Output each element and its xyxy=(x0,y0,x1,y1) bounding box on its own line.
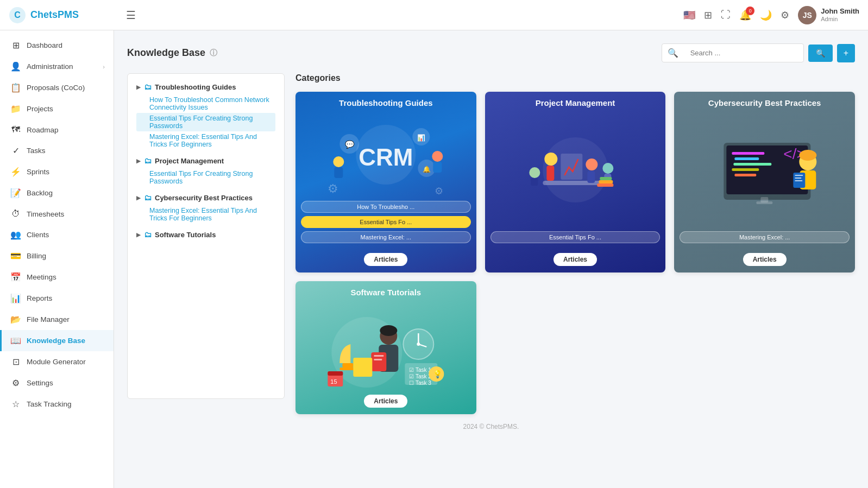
sidebar-item-file-manager[interactable]: 📂 File Manager xyxy=(0,309,114,330)
svg-text:☑ Task 2: ☑ Task 2 xyxy=(409,373,431,379)
svg-point-23 xyxy=(602,163,613,174)
sidebar-label-settings: Settings xyxy=(27,379,53,387)
flag-icon[interactable]: 🇺🇸 xyxy=(683,9,695,21)
sidebar-label-dashboard: Dashboard xyxy=(27,41,62,49)
sidebar-item-settings[interactable]: ⚙ Settings xyxy=(0,372,114,394)
category-card-project-mgmt[interactable]: Project Management xyxy=(485,92,666,272)
sidebar-item-tasks[interactable]: ✓ Tasks xyxy=(0,140,114,161)
search-input[interactable] xyxy=(684,45,803,61)
articles-button-project-mgmt[interactable]: Articles xyxy=(553,253,597,266)
user-info[interactable]: JS John Smith Admin xyxy=(798,6,859,24)
sidebar-item-projects[interactable]: 📁 Projects xyxy=(0,98,114,119)
tree-cat-header-project-mgmt[interactable]: ▶ 🗂 Project Management xyxy=(136,156,275,165)
backlog-icon: 📝 xyxy=(10,188,21,198)
project-mgmt-illustration xyxy=(485,129,666,211)
dark-mode-icon[interactable]: 🌙 xyxy=(760,9,772,21)
page-title: Knowledge Base ⓘ xyxy=(127,47,217,59)
sidebar-item-meetings[interactable]: 📅 Meetings xyxy=(0,267,114,288)
svg-text:C: C xyxy=(14,10,21,20)
svg-rect-32 xyxy=(732,152,765,155)
sidebar-item-administration[interactable]: 👤 Administration › xyxy=(0,56,114,77)
svg-rect-29 xyxy=(600,177,612,180)
search-bar: 🔍 🔍 + xyxy=(662,43,855,62)
articles-button-troubleshooting[interactable]: Articles xyxy=(364,253,407,266)
article-pill[interactable]: Essential Tips Fo ... xyxy=(490,231,661,243)
svg-rect-42 xyxy=(795,175,803,176)
fullscreen-icon[interactable]: ⛶ xyxy=(721,9,731,21)
svg-point-39 xyxy=(800,150,817,161)
meetings-icon: 📅 xyxy=(10,272,21,282)
footer: 2024 © ChetsPMS. xyxy=(127,414,855,439)
cat-title-project-mgmt: Project Management xyxy=(485,92,666,114)
sidebar-label-tasks: Tasks xyxy=(27,147,46,155)
tree-cat-header-cybersecurity[interactable]: ▶ 🗂 Cybersecurity Best Practices xyxy=(136,193,275,202)
info-icon[interactable]: ⓘ xyxy=(210,48,217,58)
cat-img-troubleshooting: CRM 💬 📊 🔔 xyxy=(295,114,476,195)
add-button[interactable]: + xyxy=(837,44,855,62)
search-button[interactable]: 🔍 xyxy=(808,45,833,62)
sidebar-item-module-generator[interactable]: ⊡ Module Generator xyxy=(0,351,114,372)
articles-button-cybersecurity[interactable]: Articles xyxy=(743,253,787,266)
tree-category-project-mgmt: ▶ 🗂 Project Management Essential Tips Fo… xyxy=(136,156,275,187)
user-role: Admin xyxy=(821,16,859,23)
search-input-wrap: 🔍 xyxy=(662,43,804,62)
article-pill[interactable]: How To Troublesho ... xyxy=(301,201,471,213)
cat-articles-cybersecurity: Mastering Excel: ... xyxy=(674,226,855,249)
svg-point-53 xyxy=(417,343,420,346)
hamburger-button[interactable]: ☰ xyxy=(126,9,136,22)
articles-button-software-tutorials[interactable]: Articles xyxy=(364,395,407,408)
svg-rect-44 xyxy=(795,180,803,181)
tree-item[interactable]: Mastering Excel: Essential Tips And Tric… xyxy=(136,205,275,224)
article-pill-highlighted[interactable]: Essential Tips Fo ... xyxy=(301,216,471,228)
sidebar-item-backlog[interactable]: 📝 Backlog xyxy=(0,182,114,204)
sidebar-item-timesheets[interactable]: ⏱ Timesheets xyxy=(0,204,114,224)
sidebar-item-proposals[interactable]: 📋 Proposals (CoCo) xyxy=(0,77,114,98)
file-manager-icon: 📂 xyxy=(10,314,21,325)
folder-icon: 🗂 xyxy=(144,83,152,91)
tree-cat-header-software-tutorials[interactable]: ▶ 🗂 Software Tutorials xyxy=(136,230,275,239)
cat-articles-troubleshooting: How To Troublesho ... Essential Tips Fo … xyxy=(295,195,476,249)
sidebar-item-billing[interactable]: 💳 Billing xyxy=(0,245,114,267)
tree-item[interactable]: How To Troubleshoot Common Network Conne… xyxy=(136,94,275,113)
sidebar-label-file-manager: File Manager xyxy=(27,315,70,324)
tree-item[interactable]: Essential Tips For Creating Strong Passw… xyxy=(136,168,275,187)
clients-icon: 👥 xyxy=(10,230,21,240)
folder-icon: 🗂 xyxy=(144,193,152,202)
category-card-software-tutorials[interactable]: Software Tutorials xyxy=(295,281,476,414)
cat-img-project-mgmt xyxy=(485,114,666,226)
sidebar-item-knowledge-base[interactable]: 📖 Knowledge Base xyxy=(0,330,114,351)
sidebar-item-sprints[interactable]: ⚡ Sprints xyxy=(0,161,114,182)
user-name: John Smith xyxy=(821,7,859,16)
sidebar-label-sprints: Sprints xyxy=(27,168,49,176)
article-pill[interactable]: Mastering Excel: ... xyxy=(301,231,471,243)
logo[interactable]: C ChetsPMS xyxy=(9,7,117,24)
sidebar-label-meetings: Meetings xyxy=(27,273,56,281)
sidebar-item-dashboard[interactable]: ⊞ Dashboard xyxy=(0,35,114,56)
tree-cat-label-cybersecurity: Cybersecurity Best Practices xyxy=(155,194,253,202)
chevron-right-icon: › xyxy=(103,64,105,70)
svg-text:📊: 📊 xyxy=(417,134,425,142)
svg-rect-28 xyxy=(599,180,613,183)
notification-icon[interactable]: 🔔 0 xyxy=(739,9,751,21)
sidebar-item-clients[interactable]: 👥 Clients xyxy=(0,224,114,245)
settings-icon[interactable]: ⚙ xyxy=(781,9,789,21)
apps-icon[interactable]: ⊞ xyxy=(704,9,712,21)
tree-item[interactable]: Essential Tips For Creating Strong Passw… xyxy=(136,113,275,131)
sidebar-item-task-tracking[interactable]: ☆ Task Tracking xyxy=(0,394,114,415)
tree-cat-header-troubleshooting[interactable]: ▶ 🗂 Troubleshooting Guides xyxy=(136,83,275,91)
article-pill[interactable]: Mastering Excel: ... xyxy=(680,231,850,243)
folder-icon: 🗂 xyxy=(144,230,152,239)
cat-articles-project-mgmt: Essential Tips Fo ... xyxy=(485,226,666,249)
svg-rect-26 xyxy=(531,178,538,186)
svg-rect-46 xyxy=(761,197,769,202)
category-card-troubleshooting[interactable]: Troubleshooting Guides CRM 💬 xyxy=(295,92,476,272)
sidebar-label-proposals: Proposals (CoCo) xyxy=(27,84,85,92)
tree-cat-label-project-mgmt: Project Management xyxy=(155,157,224,165)
category-card-cybersecurity[interactable]: Cybersecurity Best Practices xyxy=(674,92,855,272)
tree-item[interactable]: Mastering Excel: Essential Tips And Tric… xyxy=(136,131,275,150)
tasks-icon: ✓ xyxy=(10,145,21,156)
sidebar-item-roadmap[interactable]: 🗺 Roadmap xyxy=(0,119,114,140)
svg-text:⚙: ⚙ xyxy=(328,182,338,195)
sidebar-item-reports[interactable]: 📊 Reports xyxy=(0,288,114,309)
crm-illustration: CRM 💬 📊 🔔 xyxy=(295,114,476,195)
